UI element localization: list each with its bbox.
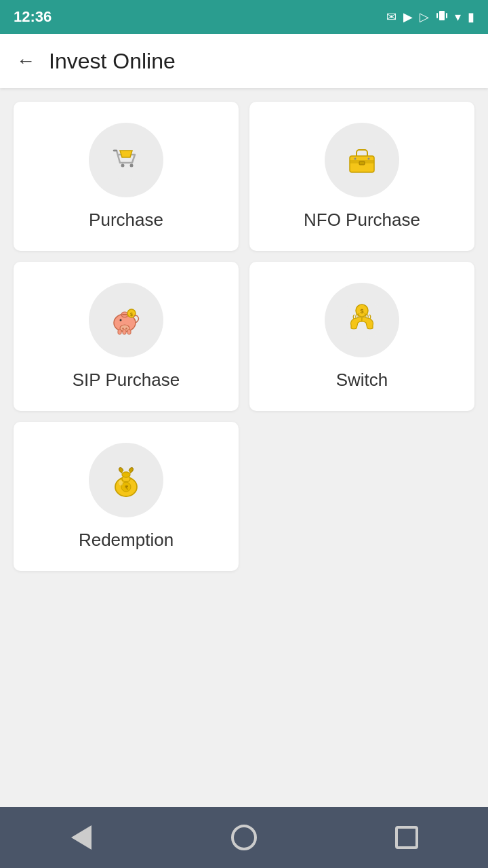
- nfo-purchase-icon: [340, 138, 384, 182]
- svg-text:$: $: [360, 308, 363, 315]
- svg-rect-24: [127, 330, 131, 334]
- redemption-label: Redemption: [79, 530, 174, 551]
- svg-rect-1: [436, 13, 438, 18]
- switch-card[interactable]: $ Switch: [249, 262, 474, 411]
- battery-status-icon: ▮: [468, 9, 474, 24]
- sip-purchase-label: SIP Purchase: [73, 370, 180, 391]
- sip-purchase-icon-circle: $: [89, 283, 163, 357]
- svg-rect-9: [359, 161, 365, 165]
- page-title: Invest Online: [49, 49, 176, 74]
- status-icons: ✉ ▶ ▷ ▾ ▮: [386, 9, 474, 25]
- recent-nav-button[interactable]: [386, 817, 427, 858]
- purchase-icon-circle: [89, 123, 163, 197]
- switch-label: Switch: [336, 370, 388, 391]
- svg-rect-23: [123, 330, 126, 334]
- home-nav-button[interactable]: [224, 817, 264, 858]
- svg-rect-22: [118, 330, 121, 334]
- bottom-nav: [0, 807, 488, 868]
- purchase-icon: [104, 138, 148, 182]
- top-bar: ← Invest Online: [0, 34, 488, 88]
- nfo-purchase-icon-circle: [325, 123, 399, 197]
- svg-point-16: [125, 328, 127, 329]
- sip-purchase-icon: $: [104, 298, 148, 342]
- purchase-card[interactable]: Purchase: [14, 102, 239, 251]
- wifi-status-icon: ▾: [455, 9, 461, 24]
- svg-rect-19: [122, 314, 127, 315]
- switch-icon-circle: $: [325, 283, 399, 357]
- back-button[interactable]: ←: [16, 50, 35, 72]
- svg-rect-0: [439, 11, 445, 20]
- svg-point-31: [122, 472, 130, 477]
- redemption-card[interactable]: ₹ Redemption: [14, 422, 239, 571]
- status-time: 12:36: [14, 8, 52, 26]
- redemption-icon: ₹: [104, 458, 148, 502]
- svg-point-11: [368, 157, 370, 159]
- svg-point-3: [106, 140, 146, 180]
- youtube-status-icon: ▷: [420, 9, 429, 24]
- play-status-icon: ▶: [403, 9, 413, 24]
- back-nav-icon: [71, 825, 92, 850]
- home-nav-icon: [231, 825, 257, 850]
- email-status-icon: ✉: [386, 9, 396, 24]
- nfo-purchase-label: NFO Purchase: [304, 210, 420, 231]
- nfo-purchase-card[interactable]: NFO Purchase: [249, 102, 474, 251]
- svg-point-15: [122, 328, 123, 329]
- svg-text:$: $: [130, 312, 133, 317]
- svg-point-17: [120, 319, 122, 321]
- cards-grid: Purchase NFO Purchase: [0, 88, 488, 807]
- vibrate-status-icon: [436, 9, 448, 25]
- svg-point-10: [354, 157, 357, 159]
- purchase-label: Purchase: [89, 210, 163, 231]
- status-bar: 12:36 ✉ ▶ ▷ ▾ ▮: [0, 0, 488, 34]
- switch-icon: $: [340, 298, 384, 342]
- sip-purchase-card[interactable]: $ SIP Purchase: [14, 262, 239, 411]
- recent-nav-icon: [395, 826, 418, 849]
- back-nav-button[interactable]: [61, 817, 102, 858]
- svg-point-4: [121, 163, 125, 167]
- svg-rect-2: [446, 13, 447, 18]
- svg-point-5: [130, 163, 134, 167]
- redemption-icon-circle: ₹: [89, 443, 163, 517]
